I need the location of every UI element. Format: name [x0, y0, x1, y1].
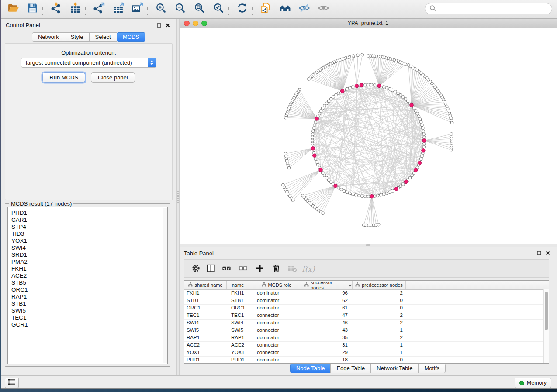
- deselect-all-button[interactable]: [237, 263, 249, 275]
- table-tab-network-table[interactable]: Network Table: [370, 364, 419, 373]
- mcds-result-node[interactable]: SRD1: [8, 251, 167, 258]
- tab-select[interactable]: Select: [89, 32, 117, 42]
- mcds-result-node[interactable]: TID3: [8, 230, 167, 237]
- table-row[interactable]: ACE2ACE2connector311: [184, 341, 544, 349]
- table-row[interactable]: TEC1TEC1connector472: [184, 312, 544, 320]
- shared-column-icon: [188, 282, 193, 288]
- mcds-result-node[interactable]: CAR1: [8, 217, 167, 224]
- table-tab-motifs[interactable]: Motifs: [418, 364, 446, 373]
- import-network-icon: [50, 2, 62, 16]
- duplicate-network-button[interactable]: [257, 1, 274, 17]
- hide-selected-button[interactable]: [296, 1, 312, 17]
- mcds-result-list[interactable]: PHD1CAR1STP4TID3YOX1SWI4SRD1PMA2FKH1ACE2…: [7, 207, 168, 364]
- network-view-canvas[interactable]: [180, 28, 557, 244]
- table-row[interactable]: SWI4SWI4dominator462: [184, 319, 544, 327]
- search-box[interactable]: [425, 3, 552, 14]
- run-mcds-button[interactable]: Run MCDS: [42, 72, 85, 83]
- close-panel-icon[interactable]: [165, 22, 170, 28]
- close-table-panel-icon[interactable]: [545, 250, 550, 256]
- node-table[interactable]: shared namenameMCDS rolesuccessor nodesp…: [184, 280, 549, 364]
- first-neighbors-button[interactable]: [277, 1, 293, 17]
- table-scrollbar[interactable]: [543, 289, 549, 363]
- save-button[interactable]: [24, 1, 41, 17]
- mcds-result-node[interactable]: FKH1: [8, 265, 167, 272]
- mcds-result-node[interactable]: STB5: [8, 279, 167, 286]
- criterion-value: largest connected component (undirected): [21, 59, 148, 66]
- search-icon: [429, 5, 436, 13]
- column-header-successor-nodes[interactable]: successor nodes: [304, 281, 353, 289]
- mcds-result-node[interactable]: SWI5: [8, 307, 167, 314]
- export-table-button[interactable]: [110, 1, 126, 17]
- select-all-button[interactable]: [220, 263, 232, 275]
- vertical-splitter[interactable]: [176, 19, 180, 375]
- delete-button[interactable]: [270, 263, 282, 275]
- tab-network[interactable]: Network: [32, 32, 65, 42]
- column-header-MCDS-role[interactable]: MCDS role: [249, 281, 304, 289]
- zoom-fit-button[interactable]: [191, 1, 208, 17]
- save-icon: [27, 2, 38, 16]
- mcds-result-node[interactable]: YOX1: [8, 237, 167, 244]
- mcds-panel: Optimization criterion: largest connecte…: [5, 43, 173, 200]
- table-row[interactable]: RAP1RAP1dominator352: [184, 334, 544, 342]
- column-header-name[interactable]: name: [227, 281, 249, 289]
- table-row[interactable]: YOX1YOX1connector291: [184, 349, 544, 357]
- zoom-selected-button[interactable]: [210, 1, 227, 17]
- mcds-result-node[interactable]: SWI4: [8, 244, 167, 251]
- table-row[interactable]: FKH1FKH1dominator962: [184, 289, 544, 297]
- mcds-result-node[interactable]: PHD1: [8, 210, 167, 217]
- task-list-button[interactable]: [5, 378, 19, 388]
- deselect-all-icon: [238, 263, 248, 275]
- function-button[interactable]: f(x): [302, 263, 315, 275]
- table-row[interactable]: PHD1PHD1dominator180: [184, 356, 544, 364]
- zoom-out-button[interactable]: [172, 1, 188, 17]
- column-header-shared-name[interactable]: shared name: [184, 281, 227, 289]
- table-row[interactable]: SWI5SWI5connector431: [184, 327, 544, 334]
- show-all-button[interactable]: [315, 1, 332, 17]
- tab-mcds[interactable]: MCDS: [117, 32, 145, 42]
- criterion-dropdown[interactable]: largest connected component (undirected): [21, 58, 156, 68]
- table-tab-node-table[interactable]: Node Table: [290, 364, 331, 373]
- table-panel: Table Panel f(x) shared namenameMCDS rol…: [180, 247, 557, 375]
- sort-chevron-icon[interactable]: [348, 282, 352, 288]
- delete-table-button[interactable]: [286, 263, 298, 275]
- table-scrollbar-thumb[interactable]: [545, 292, 548, 330]
- mcds-result-node[interactable]: PMA2: [8, 258, 167, 265]
- memory-button[interactable]: Memory: [515, 378, 551, 388]
- mcds-result-node[interactable]: ACE2: [8, 272, 167, 279]
- table-row[interactable]: STB1STB1dominator620: [184, 297, 544, 305]
- refresh-icon: [236, 2, 248, 16]
- refresh-button[interactable]: [234, 1, 250, 17]
- add-button[interactable]: [253, 263, 266, 275]
- import-table-icon: [69, 2, 81, 16]
- memory-status-icon: [519, 381, 524, 385]
- mcds-result-node[interactable]: TEC1: [8, 314, 167, 321]
- export-network-button[interactable]: [90, 1, 107, 17]
- horizontal-splitter[interactable]: [180, 244, 557, 247]
- mcds-result-node[interactable]: STP4: [8, 224, 167, 230]
- open-button[interactable]: [5, 1, 21, 17]
- export-image-button[interactable]: [129, 1, 145, 17]
- mcds-result-node[interactable]: STB1: [8, 300, 167, 307]
- float-panel-icon[interactable]: [156, 22, 162, 28]
- list-scrollbar[interactable]: [163, 208, 167, 363]
- tab-style[interactable]: Style: [65, 32, 90, 42]
- zoom-in-button[interactable]: [152, 1, 169, 17]
- import-network-button[interactable]: [48, 1, 64, 17]
- first-neighbors-icon: [279, 2, 291, 16]
- mcds-result-node[interactable]: RAP1: [8, 293, 167, 300]
- network-window-titlebar[interactable]: YPA_prune.txt_1: [180, 19, 557, 28]
- mcds-result-node[interactable]: ORC1: [8, 286, 167, 293]
- toolbar-separator: [228, 3, 229, 15]
- control-panel-tabs: NetworkStyleSelectMCDS: [1, 32, 176, 42]
- gear-button[interactable]: [190, 263, 202, 275]
- import-table-button[interactable]: [67, 1, 83, 17]
- control-panel: Control Panel NetworkStyleSelectMCDS Opt…: [1, 19, 176, 375]
- close-panel-button[interactable]: Close panel: [91, 72, 135, 83]
- column-header-predecessor-nodes[interactable]: predecessor nodes: [353, 281, 406, 289]
- table-tab-edge-table[interactable]: Edge Table: [330, 364, 371, 373]
- float-table-panel-icon[interactable]: [536, 250, 542, 256]
- mcds-result-node[interactable]: GCR1: [8, 321, 167, 328]
- search-input[interactable]: [439, 5, 547, 13]
- table-row[interactable]: ORC1ORC1dominator610: [184, 304, 544, 312]
- columns-button[interactable]: [204, 263, 217, 275]
